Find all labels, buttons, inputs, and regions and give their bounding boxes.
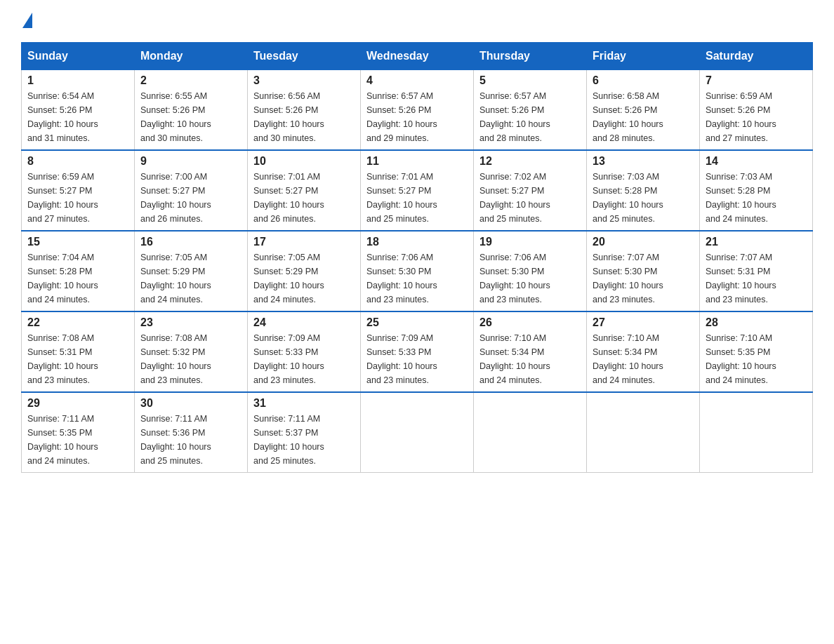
day-info: Sunrise: 7:09 AMSunset: 5:33 PMDaylight:…: [366, 333, 437, 385]
calendar-cell: 7Sunrise: 6:59 AMSunset: 5:26 PMDaylight…: [700, 70, 813, 151]
calendar-cell: 30Sunrise: 7:11 AMSunset: 5:36 PMDayligh…: [135, 392, 248, 473]
calendar-cell: 3Sunrise: 6:56 AMSunset: 5:26 PMDaylight…: [248, 70, 361, 151]
calendar-header-row: SundayMondayTuesdayWednesdayThursdayFrid…: [22, 43, 813, 70]
day-number: 6: [593, 74, 694, 87]
calendar-cell: 23Sunrise: 7:08 AMSunset: 5:32 PMDayligh…: [135, 311, 248, 392]
day-number: 7: [706, 74, 807, 87]
day-number: 22: [27, 316, 128, 329]
calendar-cell: 4Sunrise: 6:57 AMSunset: 5:26 PMDaylight…: [361, 70, 474, 151]
day-info: Sunrise: 7:10 AMSunset: 5:34 PMDaylight:…: [479, 333, 550, 385]
day-number: 5: [479, 74, 581, 87]
day-number: 17: [253, 236, 355, 248]
day-info: Sunrise: 6:56 AMSunset: 5:26 PMDaylight:…: [253, 91, 324, 143]
day-info: Sunrise: 7:01 AMSunset: 5:27 PMDaylight:…: [366, 172, 437, 224]
calendar-cell: 6Sunrise: 6:58 AMSunset: 5:26 PMDaylight…: [587, 70, 700, 151]
day-info: Sunrise: 7:09 AMSunset: 5:33 PMDaylight:…: [253, 333, 324, 385]
col-header-wednesday: Wednesday: [361, 43, 474, 70]
calendar-cell: 15Sunrise: 7:04 AMSunset: 5:28 PMDayligh…: [22, 231, 135, 311]
day-info: Sunrise: 7:10 AMSunset: 5:35 PMDaylight:…: [706, 333, 776, 385]
day-number: 24: [253, 316, 355, 329]
day-info: Sunrise: 7:08 AMSunset: 5:31 PMDaylight:…: [27, 333, 98, 385]
calendar-cell: [361, 392, 474, 473]
day-number: 9: [140, 155, 241, 168]
calendar-table: SundayMondayTuesdayWednesdayThursdayFrid…: [21, 42, 813, 473]
day-info: Sunrise: 6:58 AMSunset: 5:26 PMDaylight:…: [593, 91, 663, 143]
day-number: 30: [140, 397, 241, 410]
calendar-cell: 11Sunrise: 7:01 AMSunset: 5:27 PMDayligh…: [361, 150, 474, 231]
day-info: Sunrise: 6:54 AMSunset: 5:26 PMDaylight:…: [27, 91, 98, 143]
calendar-cell: 12Sunrise: 7:02 AMSunset: 5:27 PMDayligh…: [474, 150, 587, 231]
day-info: Sunrise: 7:07 AMSunset: 5:31 PMDaylight:…: [706, 253, 776, 304]
day-info: Sunrise: 7:06 AMSunset: 5:30 PMDaylight:…: [366, 253, 437, 304]
calendar-week-row: 8Sunrise: 6:59 AMSunset: 5:27 PMDaylight…: [22, 150, 813, 231]
day-number: 11: [366, 155, 468, 168]
calendar-cell: [474, 392, 587, 473]
calendar-cell: 29Sunrise: 7:11 AMSunset: 5:35 PMDayligh…: [22, 392, 135, 473]
header: [21, 14, 813, 29]
day-number: 1: [27, 74, 128, 87]
calendar-cell: 9Sunrise: 7:00 AMSunset: 5:27 PMDaylight…: [135, 150, 248, 231]
day-info: Sunrise: 6:57 AMSunset: 5:26 PMDaylight:…: [479, 91, 550, 143]
day-info: Sunrise: 6:59 AMSunset: 5:26 PMDaylight:…: [706, 91, 776, 143]
col-header-saturday: Saturday: [700, 43, 813, 70]
day-info: Sunrise: 7:01 AMSunset: 5:27 PMDaylight:…: [253, 172, 324, 224]
day-info: Sunrise: 7:06 AMSunset: 5:30 PMDaylight:…: [479, 253, 550, 304]
day-info: Sunrise: 7:04 AMSunset: 5:28 PMDaylight:…: [27, 253, 98, 304]
calendar-cell: 21Sunrise: 7:07 AMSunset: 5:31 PMDayligh…: [700, 231, 813, 311]
day-number: 19: [479, 236, 581, 248]
day-number: 12: [479, 155, 581, 168]
calendar-cell: 10Sunrise: 7:01 AMSunset: 5:27 PMDayligh…: [248, 150, 361, 231]
calendar-cell: 18Sunrise: 7:06 AMSunset: 5:30 PMDayligh…: [361, 231, 474, 311]
calendar-cell: [700, 392, 813, 473]
day-info: Sunrise: 7:11 AMSunset: 5:35 PMDaylight:…: [27, 414, 98, 466]
calendar-cell: 13Sunrise: 7:03 AMSunset: 5:28 PMDayligh…: [587, 150, 700, 231]
calendar-cell: [587, 392, 700, 473]
day-info: Sunrise: 7:03 AMSunset: 5:28 PMDaylight:…: [706, 172, 776, 224]
day-number: 2: [140, 74, 241, 87]
day-number: 4: [366, 74, 468, 87]
day-info: Sunrise: 7:05 AMSunset: 5:29 PMDaylight:…: [253, 253, 324, 304]
col-header-sunday: Sunday: [22, 43, 135, 70]
day-info: Sunrise: 7:08 AMSunset: 5:32 PMDaylight:…: [140, 333, 211, 385]
day-info: Sunrise: 7:05 AMSunset: 5:29 PMDaylight:…: [140, 253, 211, 304]
day-number: 26: [479, 316, 581, 329]
day-number: 29: [27, 397, 128, 410]
day-number: 20: [593, 236, 694, 248]
day-number: 21: [706, 236, 807, 248]
calendar-cell: 19Sunrise: 7:06 AMSunset: 5:30 PMDayligh…: [474, 231, 587, 311]
logo-triangle-icon: [22, 13, 32, 28]
calendar-cell: 14Sunrise: 7:03 AMSunset: 5:28 PMDayligh…: [700, 150, 813, 231]
day-number: 15: [27, 236, 128, 248]
day-number: 25: [366, 316, 468, 329]
day-info: Sunrise: 7:11 AMSunset: 5:36 PMDaylight:…: [140, 414, 211, 466]
day-info: Sunrise: 7:10 AMSunset: 5:34 PMDaylight:…: [593, 333, 663, 385]
day-number: 18: [366, 236, 468, 248]
calendar-cell: 8Sunrise: 6:59 AMSunset: 5:27 PMDaylight…: [22, 150, 135, 231]
day-info: Sunrise: 7:07 AMSunset: 5:30 PMDaylight:…: [593, 253, 663, 304]
day-info: Sunrise: 6:55 AMSunset: 5:26 PMDaylight:…: [140, 91, 211, 143]
col-header-friday: Friday: [587, 43, 700, 70]
col-header-thursday: Thursday: [474, 43, 587, 70]
calendar-cell: 22Sunrise: 7:08 AMSunset: 5:31 PMDayligh…: [22, 311, 135, 392]
calendar-week-row: 15Sunrise: 7:04 AMSunset: 5:28 PMDayligh…: [22, 231, 813, 311]
day-number: 14: [706, 155, 807, 168]
day-number: 8: [27, 155, 128, 168]
calendar-week-row: 1Sunrise: 6:54 AMSunset: 5:26 PMDaylight…: [22, 70, 813, 151]
day-number: 16: [140, 236, 241, 248]
calendar-cell: 17Sunrise: 7:05 AMSunset: 5:29 PMDayligh…: [248, 231, 361, 311]
calendar-cell: 24Sunrise: 7:09 AMSunset: 5:33 PMDayligh…: [248, 311, 361, 392]
day-info: Sunrise: 7:02 AMSunset: 5:27 PMDaylight:…: [479, 172, 550, 224]
day-info: Sunrise: 6:57 AMSunset: 5:26 PMDaylight:…: [366, 91, 437, 143]
day-number: 10: [253, 155, 355, 168]
day-number: 3: [253, 74, 355, 87]
calendar-cell: 27Sunrise: 7:10 AMSunset: 5:34 PMDayligh…: [587, 311, 700, 392]
col-header-tuesday: Tuesday: [248, 43, 361, 70]
day-number: 27: [593, 316, 694, 329]
day-number: 31: [253, 397, 355, 410]
day-number: 23: [140, 316, 241, 329]
calendar-week-row: 22Sunrise: 7:08 AMSunset: 5:31 PMDayligh…: [22, 311, 813, 392]
calendar-cell: 5Sunrise: 6:57 AMSunset: 5:26 PMDaylight…: [474, 70, 587, 151]
day-info: Sunrise: 7:00 AMSunset: 5:27 PMDaylight:…: [140, 172, 211, 224]
day-info: Sunrise: 7:11 AMSunset: 5:37 PMDaylight:…: [253, 414, 324, 466]
calendar-cell: 28Sunrise: 7:10 AMSunset: 5:35 PMDayligh…: [700, 311, 813, 392]
